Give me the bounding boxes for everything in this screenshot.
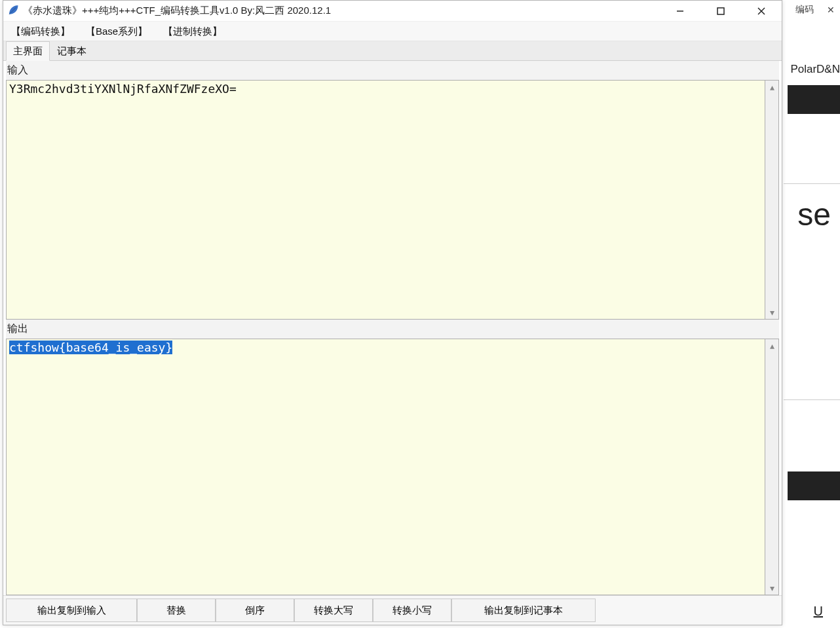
- svg-line-2: [758, 8, 765, 14]
- panels: 输入 Y3Rmc2hvd3tiYXNlNjRfaXNfZWFzeXO= ▴ ▾ …: [3, 61, 782, 595]
- bg-divider: [784, 399, 840, 400]
- reverse-button[interactable]: 倒序: [216, 599, 294, 622]
- bg-close-icon: ✕: [827, 5, 835, 15]
- bg-partial-text: 编码: [795, 4, 814, 16]
- input-label: 输入: [6, 61, 779, 80]
- input-textarea[interactable]: Y3Rmc2hvd3tiYXNlNjRfaXNfZWFzeXO=: [6, 80, 765, 320]
- titlebar[interactable]: 《赤水遗珠》+++纯均+++CTF_编码转换工具v1.0 By:风二西 2020…: [3, 1, 782, 22]
- scroll-up-icon[interactable]: ▴: [765, 81, 778, 94]
- tab-notepad[interactable]: 记事本: [50, 41, 94, 61]
- input-scrollbar[interactable]: ▴ ▾: [765, 80, 779, 320]
- copy-output-to-input-button[interactable]: 输出复制到输入: [6, 599, 137, 622]
- panel-output: 输出 ctfshow{base64_is_easy} ▴ ▾: [6, 320, 779, 595]
- subtabs: 主界面 记事本: [3, 41, 782, 61]
- window-controls: [660, 1, 782, 21]
- scroll-down-icon[interactable]: ▾: [765, 306, 778, 319]
- svg-rect-1: [717, 8, 724, 14]
- bg-se-text: se: [797, 196, 831, 232]
- bottom-toolbar: 输出复制到输入 替换 倒序 转换大写 转换小写 输出复制到记事本: [3, 595, 782, 625]
- uppercase-button[interactable]: 转换大写: [294, 599, 373, 622]
- tab-main[interactable]: 主界面: [6, 41, 50, 61]
- menubar: 【编码转换】 【Base系列】 【进制转换】: [3, 22, 782, 41]
- output-textarea[interactable]: ctfshow{base64_is_easy}: [6, 339, 765, 595]
- bg-dark-bar-top: [788, 85, 840, 114]
- bg-underline-u: U: [814, 604, 823, 619]
- bg-polar-label: PolarD&N: [790, 63, 840, 76]
- output-label: 输出: [6, 320, 779, 339]
- maximize-button[interactable]: [700, 1, 741, 21]
- output-selected-text: ctfshow{base64_is_easy}: [9, 341, 172, 354]
- menu-radix[interactable]: 【进制转换】: [162, 23, 223, 39]
- menu-base[interactable]: 【Base系列】: [85, 23, 149, 39]
- minimize-button[interactable]: [660, 1, 700, 21]
- scroll-down-icon[interactable]: ▾: [765, 582, 778, 595]
- scroll-up-icon[interactable]: ▴: [765, 339, 778, 352]
- svg-line-3: [758, 8, 765, 14]
- panel-input: 输入 Y3Rmc2hvd3tiYXNlNjRfaXNfZWFzeXO= ▴ ▾: [6, 61, 779, 320]
- copy-output-to-notepad-button[interactable]: 输出复制到记事本: [451, 599, 596, 622]
- output-scrollbar[interactable]: ▴ ▾: [765, 339, 779, 595]
- bg-partial-title: 编码 ✕: [781, 0, 840, 20]
- bg-divider: [784, 183, 840, 184]
- close-button[interactable]: [741, 1, 782, 21]
- window-title: 《赤水遗珠》+++纯均+++CTF_编码转换工具v1.0 By:风二西 2020…: [23, 5, 660, 17]
- menu-encode[interactable]: 【编码转换】: [10, 23, 71, 39]
- output-wrap: ctfshow{base64_is_easy} ▴ ▾: [6, 339, 779, 595]
- replace-button[interactable]: 替换: [137, 599, 216, 622]
- input-wrap: Y3Rmc2hvd3tiYXNlNjRfaXNfZWFzeXO= ▴ ▾: [6, 80, 779, 320]
- bg-dark-bar-bottom: [788, 471, 840, 500]
- main-window: 《赤水遗珠》+++纯均+++CTF_编码转换工具v1.0 By:风二西 2020…: [3, 0, 782, 625]
- lowercase-button[interactable]: 转换小写: [373, 599, 451, 622]
- feather-icon: [7, 4, 19, 18]
